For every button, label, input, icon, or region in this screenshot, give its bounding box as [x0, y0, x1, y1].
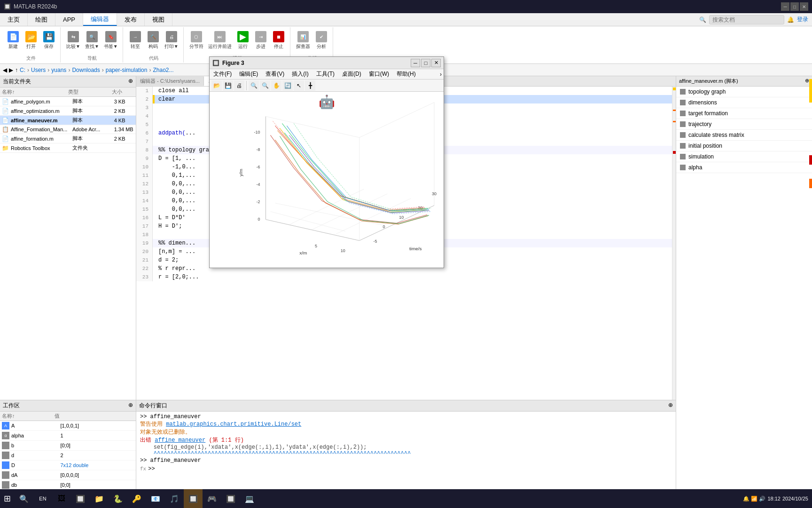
tab-plot[interactable]: 绘图	[28, 13, 55, 26]
file-col-name-header[interactable]: 名称↑	[2, 88, 68, 95]
tab-editor[interactable]: 编辑器	[83, 13, 117, 26]
file-row-affine-polygon[interactable]: 📄 affine_polygon.m 脚本 3 KB	[0, 97, 136, 106]
save-button[interactable]: 💾 保存	[40, 30, 57, 51]
folder-expand-icon[interactable]: ⊕	[128, 78, 133, 86]
figure-menu-window[interactable]: 窗口(W)	[367, 69, 391, 79]
path-paper-sim[interactable]: paper-simulation	[106, 67, 148, 73]
minimize-button[interactable]: ─	[781, 2, 789, 11]
ws-row-D[interactable]: D 7x12 double	[0, 460, 136, 470]
ws-row-d[interactable]: d 2	[0, 451, 136, 460]
profiler-button[interactable]: 📊 探查器	[294, 30, 312, 51]
breakpoint-button[interactable]: ⬡ 分节符	[187, 30, 205, 51]
taskbar-folder[interactable]: 📁	[90, 489, 109, 508]
fig-tool-rotate[interactable]: 🔄	[282, 80, 293, 91]
cmd-link-2[interactable]: affine_maneuver	[155, 437, 205, 444]
taskbar-app2[interactable]: 💻	[240, 489, 259, 508]
command-input[interactable]	[157, 466, 672, 472]
taskbar-email[interactable]: 📧	[146, 489, 165, 508]
analyze-button[interactable]: ✔ 分析	[313, 30, 330, 51]
refactor-button[interactable]: 🔨 构码	[145, 30, 162, 51]
fig-tool-open[interactable]: 📂	[211, 80, 222, 91]
section-item-stress[interactable]: calculate stress matrix	[676, 130, 812, 141]
figure-menu-file[interactable]: 文件(F)	[211, 69, 234, 79]
start-button[interactable]: ⊞	[0, 493, 15, 504]
compare-button[interactable]: ⇆ 比较▼	[64, 30, 82, 51]
find-button[interactable]: 🔍 查找▼	[83, 30, 101, 51]
fig-tool-save[interactable]: 💾	[223, 80, 233, 91]
figure-menu-insert[interactable]: 插入(I)	[290, 69, 310, 79]
ws-row-b[interactable]: b [0;0]	[0, 441, 136, 451]
nav-forward[interactable]: ▶	[9, 67, 13, 73]
close-button[interactable]: ✕	[800, 2, 808, 11]
taskbar-game[interactable]: 🎮	[203, 489, 221, 508]
taskbar-lang[interactable]: EN	[33, 489, 52, 508]
search-input[interactable]	[709, 15, 784, 24]
fig-tool-data[interactable]: ╋	[305, 80, 315, 91]
taskbar-python[interactable]: 🐍	[109, 489, 127, 508]
indent-button[interactable]: → 转至	[127, 30, 144, 51]
file-row-affine-opt[interactable]: 📄 affine_optimization.m 脚本 2 KB	[0, 106, 136, 116]
file-row-affine-form[interactable]: 📄 affine_formation.m 脚本 2 KB	[0, 134, 136, 143]
print-button[interactable]: 🖨 打印▼	[163, 30, 180, 51]
login-label[interactable]: 登录	[797, 16, 808, 24]
taskbar-photos[interactable]: 🖼	[52, 489, 71, 508]
figure-maximize[interactable]: □	[421, 59, 430, 67]
tab-home[interactable]: 主页	[0, 13, 28, 26]
file-row-robotics[interactable]: 📁 Robotics Toolbox 文件夹	[0, 143, 136, 153]
workspace-expand[interactable]: ⊕	[128, 402, 133, 410]
fig-tool-zoom-in[interactable]: 🔍	[249, 80, 259, 91]
fig-tool-pan[interactable]: ✋	[271, 80, 281, 91]
path-zhao[interactable]: Zhao2...	[153, 67, 173, 73]
figure-menu-tools[interactable]: 工具(T)	[314, 69, 336, 79]
section-item-initial[interactable]: initial position	[676, 141, 812, 151]
fig-tool-cursor[interactable]: ↖	[294, 80, 304, 91]
tab-app[interactable]: APP	[55, 13, 83, 26]
file-row-affine-man[interactable]: 📄 affine_maneuver.m 脚本 4 KB	[0, 116, 136, 125]
new-button[interactable]: 📄 新建	[5, 30, 22, 51]
step-button[interactable]: ⇥ 步进	[252, 30, 269, 51]
file-row-affine-form-pdf[interactable]: 📋 Affine_Formation_Man... Adobe Acr... 1…	[0, 125, 136, 134]
section-item-target[interactable]: target formation	[676, 108, 812, 119]
section-item-dimensions[interactable]: dimensions	[676, 97, 812, 108]
section-item-simulation[interactable]: simulation	[676, 151, 812, 162]
figure-close[interactable]: ✕	[431, 59, 441, 67]
path-users[interactable]: Users	[31, 67, 46, 73]
taskbar-music[interactable]: 🎵	[165, 489, 184, 508]
fig-tool-zoom-out[interactable]: 🔍	[260, 80, 270, 91]
figure-menu-desktop[interactable]: 桌面(D)	[340, 69, 363, 79]
fig-tool-print[interactable]: 🖨	[234, 80, 244, 91]
section-item-topology[interactable]: topology graph	[676, 87, 812, 97]
ws-col-name-header[interactable]: 名称↑	[2, 413, 55, 420]
taskbar-key[interactable]: 🔑	[127, 489, 146, 508]
figure-menu-view[interactable]: 查看(V)	[264, 69, 286, 79]
figure-minimize[interactable]: ─	[411, 59, 420, 67]
nav-up[interactable]: ↑	[15, 67, 18, 73]
run-forward-button[interactable]: ⏭ 运行并前进	[206, 30, 234, 51]
figure-menu-edit[interactable]: 编辑(E)	[237, 69, 260, 79]
ws-row-db[interactable]: db [0;0]	[0, 480, 136, 490]
sections-expand[interactable]: ⊕	[805, 78, 809, 85]
nav-back[interactable]: ◀	[3, 67, 7, 73]
path-downloads[interactable]: Downloads	[72, 67, 100, 73]
section-item-alpha[interactable]: alpha	[676, 162, 812, 173]
figure-menu-help[interactable]: 帮助(H)	[395, 69, 418, 79]
maximize-button[interactable]: □	[790, 2, 799, 11]
path-yuans[interactable]: yuans	[51, 67, 66, 73]
taskbar-app1[interactable]: 🔲	[221, 489, 240, 508]
run-button[interactable]: ▶ 运行	[234, 30, 251, 51]
tab-publish[interactable]: 发布	[117, 13, 145, 26]
taskbar-search[interactable]: 🔍	[15, 489, 33, 508]
cmd-link-1[interactable]: matlab.graphics.chart.primitive.Line/set	[166, 421, 301, 428]
open-button[interactable]: 📂 打开	[23, 30, 39, 51]
stop-button[interactable]: ⏹ 停止	[270, 30, 287, 51]
command-expand[interactable]: ⊕	[668, 402, 673, 410]
bookmark-button[interactable]: 🔖 书签▼	[102, 30, 120, 51]
ws-row-alpha[interactable]: α alpha 1	[0, 431, 136, 441]
ws-row-A[interactable]: A A [1,0,0,1]	[0, 421, 136, 431]
section-item-trajectory[interactable]: trajectory	[676, 119, 812, 130]
ws-row-dA[interactable]: dA [0,0,0,0]	[0, 470, 136, 480]
path-c[interactable]: C:	[20, 67, 25, 73]
tab-view[interactable]: 视图	[145, 13, 172, 26]
taskbar-windows[interactable]: 🔲	[71, 489, 90, 508]
taskbar-matlab[interactable]: 🔲	[184, 489, 203, 508]
